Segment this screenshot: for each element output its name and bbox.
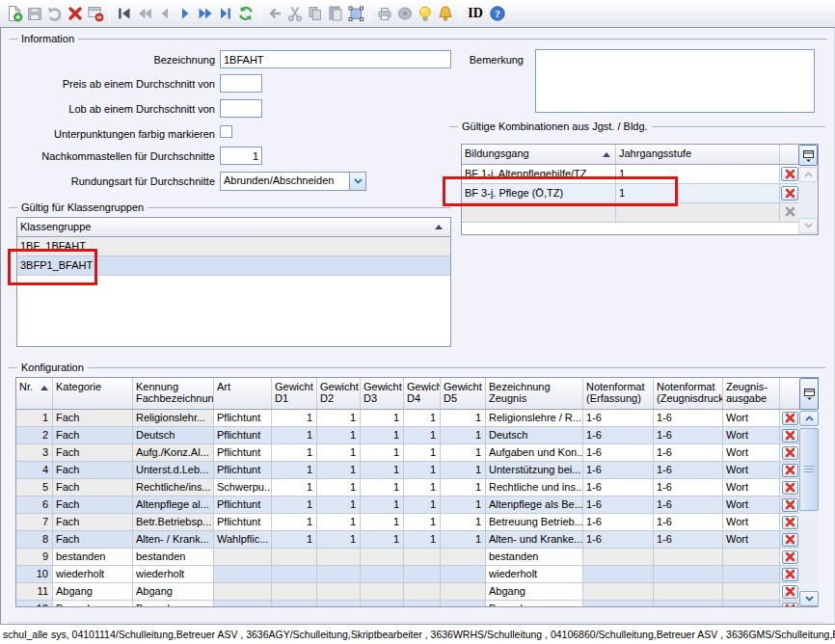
column-header-d2[interactable]: GewichtD2	[317, 378, 361, 409]
column-header-jahrgangsstufe[interactable]: Jahrgangsstufe	[616, 145, 780, 164]
column-chooser-button[interactable]	[798, 145, 818, 166]
art-cell[interactable]	[214, 601, 272, 606]
nr-cell[interactable]: 4	[16, 462, 53, 478]
d2-cell[interactable]: 1	[317, 514, 361, 530]
kennung-cell[interactable]: Aufg./Konz.Al...	[133, 444, 214, 461]
kennung-cell[interactable]: Deutsch	[133, 427, 214, 443]
rundungsart-combobox[interactable]: Abrunden/Abschneiden	[220, 172, 366, 191]
column-header-art[interactable]: Art	[214, 378, 272, 409]
d1-cell[interactable]: 1	[272, 427, 317, 443]
scroll-down-button[interactable]	[798, 218, 818, 233]
art-cell[interactable]: Pflichtunt	[214, 427, 272, 443]
delete-row-button[interactable]	[781, 186, 798, 201]
unterpunktungen-checkbox[interactable]	[220, 125, 232, 138]
nr-cell[interactable]: 10	[16, 566, 53, 582]
d1-cell[interactable]: 1	[272, 496, 317, 513]
ausgabe-cell[interactable]: Wort	[723, 462, 780, 478]
delete-row-button[interactable]	[782, 550, 798, 564]
ausgabe-cell[interactable]	[723, 549, 780, 565]
kennung-cell[interactable]: Abgang	[133, 583, 214, 600]
d4-cell[interactable]: 1	[404, 496, 441, 513]
nr-cell[interactable]: 8	[16, 531, 53, 548]
d5-cell[interactable]: 1	[441, 427, 486, 443]
bezeichnung-cell[interactable]: Deutsch	[486, 427, 583, 443]
nf_druck-cell[interactable]: 1-6	[654, 427, 723, 443]
art-cell[interactable]	[214, 549, 272, 565]
d3-cell[interactable]: 1	[361, 479, 404, 496]
column-header-d3[interactable]: GewichtD3	[361, 378, 404, 409]
konfiguration-row[interactable]: 10wiederholtwiederholtwiederholt	[16, 566, 800, 583]
help-icon[interactable]: ?	[487, 3, 507, 24]
nr-cell[interactable]: 6	[16, 496, 53, 513]
d2-cell[interactable]: 1	[317, 479, 361, 496]
delete-row-button[interactable]	[782, 412, 798, 425]
remove-form-icon[interactable]	[85, 3, 105, 24]
kennung-cell[interactable]: Alten- / Krank...	[133, 531, 214, 548]
d2-cell[interactable]: 1	[317, 462, 361, 478]
d2-cell[interactable]: 1	[317, 444, 361, 461]
d4-cell[interactable]	[404, 549, 441, 565]
kategorie-cell[interactable]: Fach	[53, 462, 133, 478]
delete-row-button[interactable]	[782, 533, 798, 547]
delete-row-button[interactable]	[782, 464, 798, 477]
previous-fast-icon[interactable]	[134, 3, 154, 24]
d1-cell[interactable]	[272, 601, 317, 606]
nachkommastellen-input[interactable]: 1	[220, 147, 262, 165]
art-cell[interactable]: Pflichtunt	[214, 462, 272, 478]
ausgabe-cell[interactable]: Wort	[723, 479, 780, 496]
delete-row-button[interactable]	[782, 446, 798, 460]
bezeichnung-cell[interactable]: Betreuung Betrieb...	[486, 514, 583, 530]
d4-cell[interactable]	[404, 566, 441, 582]
kennung-cell[interactable]: wiederholt	[133, 566, 214, 582]
art-cell[interactable]: Pflichtunt	[214, 496, 272, 513]
d4-cell[interactable]	[404, 601, 441, 606]
nr-cell[interactable]: 11	[16, 583, 53, 600]
refresh-icon[interactable]	[235, 3, 256, 24]
konfiguration-row[interactable]: 6FachAltenpflege al...Pflichtunt11111Alt…	[16, 496, 800, 514]
art-cell[interactable]: Pflichtunt	[214, 410, 272, 426]
column-chooser-button[interactable]	[799, 378, 819, 410]
delete-row-button[interactable]	[782, 585, 798, 599]
nf_druck-cell[interactable]	[654, 549, 723, 565]
nf_erf-cell[interactable]: 1-6	[583, 410, 654, 426]
d3-cell[interactable]: 1	[361, 514, 404, 530]
d2-cell[interactable]	[317, 601, 361, 606]
nf_druck-cell[interactable]	[654, 601, 723, 606]
chevron-down-icon[interactable]	[349, 173, 365, 190]
d1-cell[interactable]: 1	[272, 444, 317, 461]
d5-cell[interactable]	[441, 566, 486, 582]
d5-cell[interactable]	[441, 601, 486, 606]
select-frame-icon[interactable]	[345, 3, 365, 24]
nf_druck-cell[interactable]: 1-6	[654, 479, 723, 496]
d1-cell[interactable]: 1	[272, 531, 317, 548]
d3-cell[interactable]: 1	[361, 531, 404, 548]
d1-cell[interactable]: 1	[272, 462, 317, 478]
copy-icon[interactable]	[305, 3, 325, 24]
lob-input[interactable]	[220, 99, 262, 118]
nr-cell[interactable]: 1	[16, 410, 53, 426]
d1-cell[interactable]: 1	[272, 479, 317, 496]
art-cell[interactable]	[214, 583, 272, 600]
kennung-cell[interactable]: Bemerkungen	[133, 601, 214, 606]
new-record-icon[interactable]	[4, 3, 24, 24]
bezeichnung-cell[interactable]: bestanden	[486, 549, 583, 565]
d3-cell[interactable]: 1	[361, 410, 404, 426]
first-record-icon[interactable]	[114, 3, 134, 24]
nf_erf-cell[interactable]: 1-6	[583, 514, 654, 530]
column-header-d1[interactable]: GewichtD1	[272, 378, 317, 409]
kategorie-cell[interactable]: Fach	[53, 496, 133, 513]
cut-icon[interactable]	[284, 3, 305, 24]
column-header-klassengruppe[interactable]: Klassengruppe	[17, 218, 450, 236]
d2-cell[interactable]	[317, 583, 361, 600]
d1-cell[interactable]: 1	[272, 514, 317, 530]
nf_erf-cell[interactable]	[583, 583, 654, 600]
d2-cell[interactable]	[317, 566, 361, 582]
scroll-up-button[interactable]	[799, 411, 819, 426]
d5-cell[interactable]: 1	[441, 531, 486, 548]
next-fast-icon[interactable]	[195, 3, 215, 24]
preis-input[interactable]	[220, 74, 262, 93]
kategorie-cell[interactable]: bestanden	[53, 549, 133, 565]
nr-cell[interactable]: 2	[16, 427, 53, 443]
column-header-nf_erf[interactable]: Notenformat(Erfassung)	[583, 378, 654, 409]
kombination-row[interactable]	[462, 203, 799, 223]
